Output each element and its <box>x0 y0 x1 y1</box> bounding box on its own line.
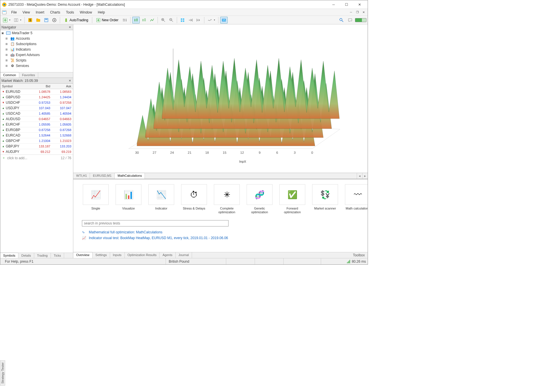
mode-card-4[interactable]: ✳Complete optimization <box>213 182 241 217</box>
tree-indicators[interactable]: ⊞📊Indicators <box>0 47 73 52</box>
new-order-button[interactable]: New Order <box>94 17 120 24</box>
mode-card-1[interactable]: 📊Visualize <box>115 182 142 217</box>
col-ask[interactable]: Ask <box>52 84 73 89</box>
mode-card-5[interactable]: 🧬Genetic optimization <box>246 182 273 217</box>
mdi-restore-button[interactable]: ❐ <box>354 10 360 15</box>
mode-card-7[interactable]: 💱Market scanner <box>311 182 339 217</box>
close-button[interactable]: ✕ <box>353 1 366 9</box>
mode-caption: Indicator <box>155 207 167 210</box>
tab-symbols[interactable]: Symbols <box>0 253 18 258</box>
tree-expert-advisors[interactable]: ⊞🤖Expert Advisors <box>0 52 73 57</box>
table-row[interactable]: ▲EURCHF 1.055951.05605 <box>0 122 73 127</box>
table-row[interactable]: ▼USDCHF 0.972530.97258 <box>0 100 73 105</box>
table-row[interactable]: ▲EURGBP 0.872580.87268 <box>0 127 73 133</box>
col-symbol[interactable]: Symbol <box>0 84 31 89</box>
mdi-minimize-button[interactable]: ─ <box>348 10 354 15</box>
table-row[interactable]: ▼EURUSD 1.085781.08583 <box>0 89 73 95</box>
svg-rect-25 <box>222 19 226 21</box>
table-row[interactable]: ▲GBPUSD 1.244251.24434 <box>0 95 73 100</box>
zoom-in-button[interactable] <box>160 17 167 24</box>
chart-tab-wti[interactable]: WTI,H1 <box>73 173 90 179</box>
tree-subscriptions[interactable]: ⊞📋Subscriptions <box>0 41 73 47</box>
chart-tab-math[interactable]: MathCalculations <box>115 173 145 179</box>
mode-card-8[interactable]: 〰Math calculations <box>344 182 368 217</box>
templates-button[interactable] <box>220 17 228 24</box>
market-watch-button[interactable]: $ <box>26 17 34 24</box>
toolbox-label[interactable]: Toolbox <box>350 252 368 258</box>
table-row[interactable]: ▲GBPCHF 1.210041.21023 <box>0 138 73 144</box>
data-window-button[interactable] <box>43 17 50 24</box>
zoom-out-button[interactable] <box>168 17 175 24</box>
navigator-tree[interactable]: ▣MetaTrader 5 ⊞👥Accounts ⊞📋Subscriptions… <box>0 30 73 72</box>
connection-indicator[interactable] <box>355 18 366 22</box>
tab-opt-results[interactable]: Optimization Results <box>125 252 160 258</box>
chart-candles-button[interactable] <box>132 17 140 24</box>
autotrading-button[interactable]: AutoTrading <box>62 17 90 24</box>
shift-end-button[interactable] <box>187 17 194 24</box>
table-row[interactable]: ▲GBPJPY 133.187133.203 <box>0 144 73 149</box>
mode-card-2[interactable]: 📉Indicator <box>147 182 175 217</box>
tree-accounts[interactable]: ⊞👥Accounts <box>0 36 73 41</box>
tab-trading[interactable]: Trading <box>34 253 51 258</box>
market-watch-close-button[interactable]: ✕ <box>68 79 72 83</box>
tab-common[interactable]: Common <box>0 72 19 78</box>
search-input[interactable] <box>82 220 229 226</box>
maximize-button[interactable]: ☐ <box>340 1 353 9</box>
table-row[interactable]: ▲EURCAD 1.526441.52668 <box>0 133 73 138</box>
tab-overview[interactable]: Overview <box>73 252 93 258</box>
svg-text:6: 6 <box>276 151 278 154</box>
tab-inputs[interactable]: Inputs <box>110 252 125 258</box>
profiles-button[interactable] <box>12 17 23 24</box>
tab-favorites[interactable]: Favorites <box>19 72 38 78</box>
menu-view[interactable]: View <box>20 9 33 15</box>
minimize-button[interactable]: ─ <box>327 1 340 9</box>
indicators-button[interactable] <box>206 17 216 24</box>
tab-ticks[interactable]: Ticks <box>51 253 64 258</box>
tree-root[interactable]: ▣MetaTrader 5 <box>0 30 73 36</box>
navigator-button[interactable] <box>34 17 42 24</box>
menu-help[interactable]: Help <box>95 9 108 15</box>
prev-test-1[interactable]: ∿Mathematical full optimization: MathCal… <box>82 229 359 235</box>
table-row[interactable]: ▲USDCAD 1.405851.40594 <box>0 111 73 116</box>
statusbar: For Help, press F1 British Pound 80.26 m… <box>0 258 368 264</box>
tab-settings[interactable]: Settings <box>93 252 110 258</box>
menu-charts[interactable]: Charts <box>47 9 63 15</box>
market-watch-footer[interactable]: ＋ click to add... 12 / 76 <box>0 155 73 161</box>
chat-icon[interactable] <box>346 17 354 24</box>
prev-test-2[interactable]: 📈Indicator visual test: BookMap HeatMap,… <box>82 235 359 241</box>
tab-scroll-left[interactable]: ◂ <box>357 173 362 179</box>
table-row[interactable]: ▼AUDJPY 69.21269.219 <box>0 149 73 155</box>
mode-card-3[interactable]: ⏱Stress & Delays <box>180 182 208 217</box>
mode-card-6[interactable]: ✅Forward optimization <box>279 182 306 217</box>
col-bid[interactable]: Bid <box>31 84 52 89</box>
tab-agents[interactable]: Agents <box>160 252 175 258</box>
tab-scroll-right[interactable]: ▸ <box>362 173 368 179</box>
table-row[interactable]: ▲AUDUSD 0.646570.64663 <box>0 116 73 122</box>
market-watch-table[interactable]: Symbol Bid Ask ▼EURUSD 1.085781.08583▲GB… <box>0 84 73 253</box>
chart-line-button[interactable] <box>140 17 148 24</box>
mdi-close-button[interactable]: ✕ <box>361 10 366 15</box>
search-icon[interactable] <box>338 17 345 24</box>
menu-file[interactable]: File <box>8 9 20 15</box>
chart-bars-button[interactable] <box>121 17 128 24</box>
menu-window[interactable]: Window <box>77 9 95 15</box>
chart-tab-eurusd[interactable]: EURUSD,M1 <box>90 173 115 179</box>
tab-details[interactable]: Details <box>18 253 34 258</box>
tree-services[interactable]: ⊞⚙Services <box>0 63 73 68</box>
table-row[interactable]: ▲USDJPY 107.043107.047 <box>0 105 73 111</box>
auto-scroll-button[interactable] <box>195 17 202 24</box>
strategy-tester-button[interactable] <box>51 17 58 24</box>
tab-journal[interactable]: Journal <box>176 252 192 258</box>
mode-card-0[interactable]: 📈Single <box>82 182 110 217</box>
menu-tools[interactable]: Tools <box>63 9 77 15</box>
navigator-close-button[interactable]: ✕ <box>68 25 72 29</box>
chart-type4-button[interactable] <box>148 17 156 24</box>
menu-insert[interactable]: Insert <box>33 9 47 15</box>
svg-rect-24 <box>183 20 184 22</box>
strategy-tester-panel: 📈Single📊Visualize📉Indicator⏱Stress & Del… <box>73 179 368 258</box>
svg-rect-23 <box>181 20 182 22</box>
tree-scripts[interactable]: ⊞📜Scripts <box>0 57 73 63</box>
chart-3d-surface[interactable]: 302724211815129630 InpX <box>73 24 368 173</box>
new-chart-button[interactable] <box>1 17 12 24</box>
tile-windows-button[interactable] <box>179 17 186 24</box>
